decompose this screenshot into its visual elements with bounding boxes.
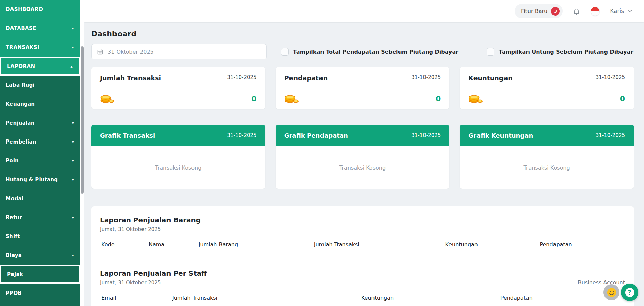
reports-card: Laporan Penjualan Barang Jumat, 31 Oktob…	[91, 206, 634, 306]
sidebar-item-pajak[interactable]: Pajak	[0, 265, 80, 284]
chart-card-title: Grafik Transaksi	[100, 132, 155, 139]
sidebar-item-keuangan[interactable]: Keuangan	[0, 95, 80, 113]
stat-card-value: 0	[620, 95, 625, 103]
report-barang-header: Laporan Penjualan Barang Jumat, 31 Oktob…	[100, 216, 625, 232]
dashboard-content: Dashboard 31 Oktober 2025 Tampilkan Tota…	[84, 22, 644, 306]
sidebar-item-label: Pajak	[7, 271, 23, 277]
stat-card-header: Jumlah Transaksi 31-10-2025	[100, 74, 257, 82]
column-header-pendapatan: Pendapatan	[538, 241, 625, 253]
caret-up-icon: ▴	[71, 64, 73, 68]
report-barang-table: Kode Nama Jumlah Barang Jumlah Transaksi…	[100, 241, 625, 253]
chart-card-date: 31-10-2025	[411, 132, 441, 138]
stat-card-pendapatan: Pendapatan 31-10-2025 0	[276, 67, 450, 109]
page-title: Dashboard	[91, 30, 634, 38]
stat-card-title: Keuntungan	[468, 74, 512, 82]
show-profit-checkbox[interactable]	[487, 48, 494, 56]
stat-card-date: 31-10-2025	[596, 74, 625, 80]
sidebar-item-penjualan[interactable]: Penjualan ▾	[0, 113, 80, 132]
coins-icon	[468, 92, 483, 103]
feedback-button[interactable]	[603, 284, 619, 300]
report-barang-title: Laporan Penjualan Barang	[100, 216, 201, 224]
stat-cards-row: Jumlah Transaksi 31-10-2025 0	[91, 67, 634, 109]
sidebar-item-database[interactable]: DATABASE ▾	[0, 19, 80, 38]
caret-down-icon: ▾	[72, 45, 74, 49]
language-flag-indonesia-icon[interactable]	[591, 7, 600, 16]
sidebar-item-label: Penjualan	[6, 120, 35, 126]
chart-card-transaksi: Grafik Transaksi 31-10-2025 Transaksi Ko…	[91, 125, 265, 189]
table-header-row: Email Jumlah Transaksi Keuntungan Pendap…	[100, 295, 625, 306]
chart-empty-state: Transaksi Kosong	[460, 146, 634, 189]
user-menu[interactable]: Karis	[610, 8, 633, 15]
column-header-keuntungan: Keuntungan	[444, 241, 539, 253]
sidebar-scrollbar-thumb[interactable]	[81, 46, 84, 194]
column-header-jumlah-barang: Jumlah Barang	[197, 241, 313, 253]
chart-card-date: 31-10-2025	[596, 132, 625, 138]
show-profit-checkbox-group: Tampilkan Untung Sebelum Piutang Dibayar	[487, 48, 633, 56]
stat-card-body: 0	[100, 92, 257, 103]
sidebar-item-ppob[interactable]: PPOB	[0, 284, 80, 303]
stat-card-body: 0	[468, 92, 625, 103]
stat-card-date: 31-10-2025	[227, 74, 256, 80]
sidebar: DASHBOARD DATABASE ▾ TRANSAKSI ▾ LAPORAN…	[0, 0, 80, 306]
sidebar-item-laporan[interactable]: LAPORAN ▴	[0, 57, 80, 76]
coins-icon	[100, 92, 114, 103]
column-header-keuntungan: Keuntungan	[360, 295, 499, 306]
show-income-checkbox[interactable]	[281, 48, 289, 56]
date-picker-input[interactable]: 31 Oktober 2025	[91, 44, 267, 59]
chevron-down-icon	[627, 8, 633, 14]
sidebar-item-label: TRANSAKSI	[6, 44, 40, 50]
business-account-label: Business Account	[578, 279, 625, 286]
sidebar-item-dashboard[interactable]: DASHBOARD	[0, 0, 80, 19]
date-picker-value: 31 Oktober 2025	[108, 49, 154, 55]
stat-card-value: 0	[436, 95, 441, 103]
sidebar-item-retur[interactable]: Retur ▾	[0, 208, 80, 227]
chart-card-keuntungan: Grafik Keuntungan 31-10-2025 Transaksi K…	[460, 125, 634, 189]
sidebar-item-transaksi[interactable]: TRANSAKSI ▾	[0, 38, 80, 57]
report-staff-title: Laporan Penjualan Per Staff	[100, 269, 207, 277]
stat-card-header: Keuntungan 31-10-2025	[468, 74, 625, 82]
sidebar-item-modal[interactable]: Modal	[0, 189, 80, 208]
filter-row: 31 Oktober 2025 Tampilkan Total Pendapat…	[91, 44, 634, 59]
calendar-icon	[97, 49, 103, 55]
chart-empty-state: Transaksi Kosong	[91, 146, 265, 189]
chart-card-header: Grafik Transaksi 31-10-2025	[91, 125, 265, 146]
sidebar-item-label: Pembelian	[6, 139, 36, 145]
sidebar-item-biaya[interactable]: Biaya ▾	[0, 246, 80, 265]
sidebar-item-laba-rugi[interactable]: Laba Rugi	[0, 76, 80, 95]
show-profit-label: Tampilkan Untung Sebelum Piutang Dibayar	[499, 49, 633, 55]
sidebar-item-poin[interactable]: Poin ▾	[0, 151, 80, 170]
bell-icon	[573, 7, 581, 15]
sidebar-item-label: Poin	[6, 158, 19, 164]
stat-card-title: Jumlah Transaksi	[100, 74, 161, 82]
sidebar-item-pembelian[interactable]: Pembelian ▾	[0, 132, 80, 151]
report-barang-heading: Laporan Penjualan Barang Jumat, 31 Oktob…	[100, 216, 201, 232]
new-features-label: Fitur Baru	[521, 8, 547, 15]
stat-card-header: Pendapatan 31-10-2025	[284, 74, 441, 82]
notifications-button[interactable]	[573, 7, 581, 15]
user-name: Karis	[610, 8, 624, 15]
caret-down-icon: ▾	[72, 140, 74, 144]
stat-card-keuntungan: Keuntungan 31-10-2025 0	[460, 67, 634, 109]
new-features-count-badge: 3	[551, 7, 560, 16]
sidebar-item-label: PPOB	[6, 290, 22, 296]
column-header-email: Email	[100, 295, 171, 306]
sidebar-scrollbar-track	[80, 0, 84, 306]
column-header-jumlah-transaksi: Jumlah Transaksi	[171, 295, 360, 306]
new-features-button[interactable]: Fitur Baru 3	[515, 4, 563, 18]
smiley-icon	[606, 287, 617, 298]
column-header-nama: Nama	[147, 241, 197, 253]
report-staff-header: Laporan Penjualan Per Staff Jumat, 31 Ok…	[100, 269, 625, 286]
stat-card-jumlah-transaksi: Jumlah Transaksi 31-10-2025 0	[91, 67, 265, 109]
question-mark-icon: ?	[625, 288, 634, 297]
help-button[interactable]: ?	[621, 284, 638, 301]
sidebar-item-label: Biaya	[6, 252, 22, 258]
sidebar-item-shift[interactable]: Shift	[0, 227, 80, 246]
chart-empty-state: Transaksi Kosong	[276, 146, 450, 189]
main-area: Fitur Baru 3 Karis Dashboard	[84, 0, 644, 306]
caret-down-icon: ▾	[72, 26, 74, 30]
sidebar-item-hutang-piutang[interactable]: Hutang & Piutang ▾	[0, 170, 80, 189]
topbar: Fitur Baru 3 Karis	[84, 0, 644, 22]
chart-card-pendapatan: Grafik Pendapatan 31-10-2025 Transaksi K…	[276, 125, 450, 189]
caret-down-icon: ▾	[72, 253, 74, 257]
report-barang-subtitle: Jumat, 31 Oktober 2025	[100, 226, 201, 232]
